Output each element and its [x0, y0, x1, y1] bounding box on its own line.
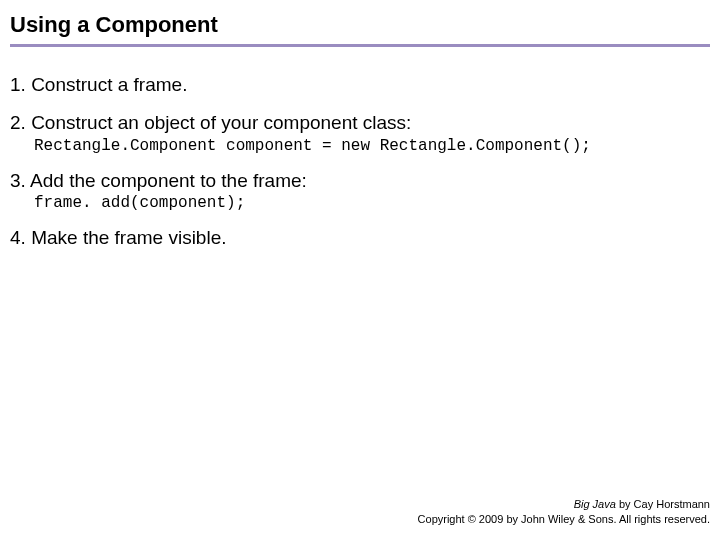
step-3-code: frame. add(component);	[34, 194, 710, 212]
footer-book-title: Big Java	[574, 498, 616, 510]
step-num: 1.	[10, 74, 26, 95]
step-3: 3. Add the component to the frame:	[10, 169, 710, 193]
footer-line-1: Big Java by Cay Horstmann	[418, 497, 710, 511]
title-block: Using a Component	[0, 0, 720, 53]
footer: Big Java by Cay Horstmann Copyright © 20…	[418, 497, 710, 526]
step-text: Add the component to the frame:	[30, 170, 307, 191]
step-num: 4.	[10, 227, 26, 248]
step-text: Construct a frame.	[31, 74, 187, 95]
footer-byline: by Cay Horstmann	[616, 498, 710, 510]
title-underline	[10, 44, 710, 47]
content-area: 1. Construct a frame. 2. Construct an ob…	[0, 53, 720, 250]
step-2-code: Rectangle.Component component = new Rect…	[34, 137, 710, 155]
slide-title: Using a Component	[10, 12, 710, 38]
step-2: 2. Construct an object of your component…	[10, 111, 710, 135]
footer-copyright: Copyright © 2009 by John Wiley & Sons. A…	[418, 512, 710, 526]
step-num: 2.	[10, 112, 26, 133]
step-4: 4. Make the frame visible.	[10, 226, 710, 250]
step-1: 1. Construct a frame.	[10, 73, 710, 97]
slide: Using a Component 1. Construct a frame. …	[0, 0, 720, 540]
step-num: 3.	[10, 170, 26, 191]
step-text: Make the frame visible.	[31, 227, 226, 248]
step-text: Construct an object of your component cl…	[31, 112, 411, 133]
